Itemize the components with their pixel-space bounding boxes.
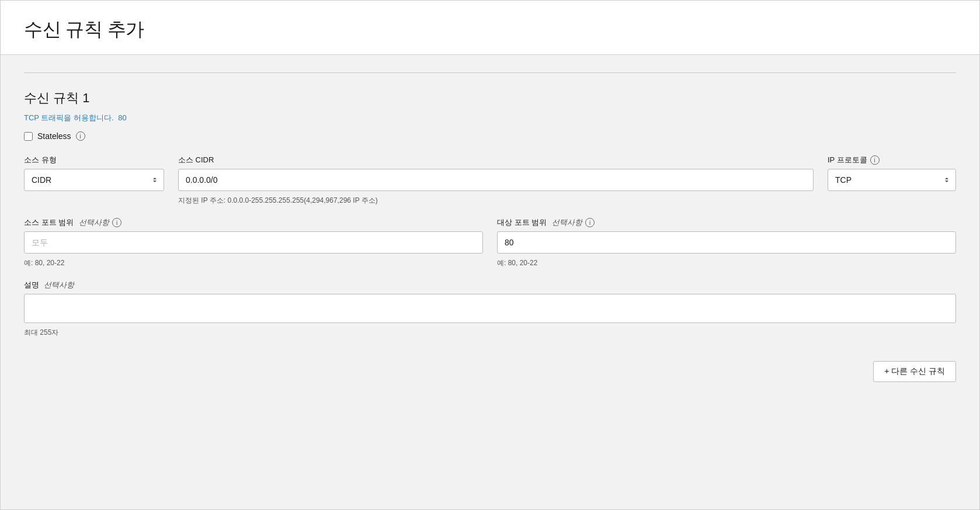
footer-row: + 다른 수신 규칙 bbox=[24, 361, 956, 382]
dest-port-input[interactable] bbox=[497, 231, 956, 254]
stateless-label: Stateless bbox=[37, 131, 71, 141]
source-type-group: 소스 유형 CIDR bbox=[24, 155, 164, 191]
source-port-input[interactable] bbox=[24, 231, 483, 254]
rule-description: TCP 트래픽을 허용합니다. 80 bbox=[24, 113, 956, 123]
source-port-info-icon[interactable]: i bbox=[112, 218, 121, 227]
page-header: 수신 규칙 추가 bbox=[1, 1, 979, 55]
stateless-row: Stateless i bbox=[24, 131, 956, 141]
description-group: 설명 선택사항 최대 255자 bbox=[24, 280, 956, 338]
page-wrapper: 수신 규칙 추가 수신 규칙 1 TCP 트래픽을 허용합니다. 80 Stat… bbox=[0, 0, 980, 510]
source-cidr-hint: 지정된 IP 주소: 0.0.0.0-255.255.255.255(4,294… bbox=[178, 196, 814, 206]
stateless-checkbox[interactable] bbox=[24, 132, 33, 141]
source-port-group: 소스 포트 범위 선택사항 i 예: 80, 20-22 bbox=[24, 217, 483, 268]
page-content: 수신 규칙 1 TCP 트래픽을 허용합니다. 80 Stateless i 소… bbox=[1, 55, 979, 400]
ip-protocol-label: IP 프로토콜 i bbox=[828, 155, 956, 165]
ip-protocol-select[interactable]: TCP bbox=[828, 169, 956, 191]
source-row: 소스 유형 CIDR 소스 CIDR 지정된 IP 주소: 0.0.0.0-25… bbox=[24, 155, 956, 206]
dest-port-info-icon[interactable]: i bbox=[585, 218, 595, 227]
dest-port-label: 대상 포트 범위 선택사항 i bbox=[497, 217, 956, 228]
description-textarea[interactable] bbox=[24, 294, 956, 323]
source-cidr-label: 소스 CIDR bbox=[178, 155, 814, 165]
dest-port-group: 대상 포트 범위 선택사항 i 예: 80, 20-22 bbox=[497, 217, 956, 268]
ip-protocol-group: IP 프로토콜 i TCP bbox=[828, 155, 956, 191]
dest-port-hint: 예: 80, 20-22 bbox=[497, 258, 956, 268]
source-port-hint: 예: 80, 20-22 bbox=[24, 258, 483, 268]
section-title: 수신 규칙 1 bbox=[24, 89, 956, 107]
add-rule-button[interactable]: + 다른 수신 규칙 bbox=[873, 361, 956, 382]
port-row: 소스 포트 범위 선택사항 i 예: 80, 20-22 대상 포트 범위 선택… bbox=[24, 217, 956, 268]
description-label: 설명 선택사항 bbox=[24, 280, 956, 290]
source-type-label: 소스 유형 bbox=[24, 155, 164, 165]
ip-protocol-info-icon[interactable]: i bbox=[870, 155, 880, 165]
page-title: 수신 규칙 추가 bbox=[24, 17, 956, 43]
stateless-info-icon[interactable]: i bbox=[76, 131, 85, 141]
source-port-label: 소스 포트 범위 선택사항 i bbox=[24, 217, 483, 228]
source-type-select[interactable]: CIDR bbox=[24, 169, 164, 191]
max-chars-hint: 최대 255자 bbox=[24, 328, 956, 338]
section-divider bbox=[24, 72, 956, 73]
source-cidr-input[interactable] bbox=[178, 169, 814, 191]
source-cidr-group: 소스 CIDR 지정된 IP 주소: 0.0.0.0-255.255.255.2… bbox=[178, 155, 814, 206]
